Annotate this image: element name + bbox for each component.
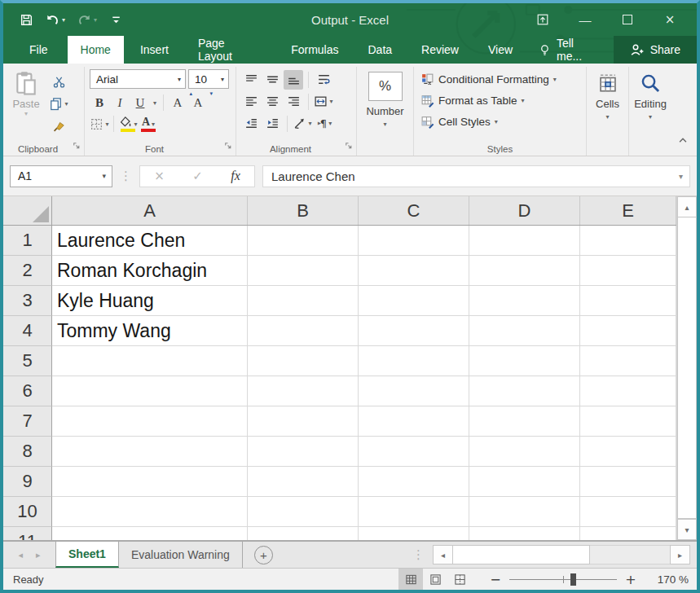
row-header-8[interactable]: 8 [3, 437, 52, 467]
cell-E6[interactable] [580, 376, 676, 406]
fill-color-button[interactable]: ▾ [118, 114, 138, 134]
row-header-2[interactable]: 2 [3, 256, 52, 286]
cell-B5[interactable] [248, 346, 359, 376]
formula-bar-expand-icon[interactable]: ▾ [679, 172, 683, 181]
column-header-E[interactable]: E [580, 196, 676, 225]
tab-view[interactable]: View [475, 36, 526, 64]
underline-dropdown-icon[interactable]: ▾ [151, 93, 159, 112]
undo-dropdown-icon[interactable]: ▾ [62, 16, 65, 24]
scroll-up-icon[interactable]: ▴ [677, 196, 697, 217]
cell-E2[interactable] [580, 256, 676, 286]
cell-A3[interactable]: Kyle Huang [52, 286, 248, 316]
increase-indent-button[interactable] [262, 114, 282, 134]
tab-file[interactable]: File [13, 36, 64, 64]
vertical-scrollbar[interactable]: ▴ ▾ [676, 196, 697, 540]
merge-center-button[interactable]: ▾ [314, 92, 333, 112]
row-header-9[interactable]: 9 [3, 467, 52, 497]
formula-bar-separator-dots[interactable]: ⋮ [120, 169, 132, 183]
editing-search-icon[interactable] [640, 72, 661, 94]
cell-A4[interactable]: Tommy Wang [52, 316, 248, 346]
align-right-button[interactable] [284, 92, 303, 112]
cells-icon[interactable] [597, 72, 619, 94]
font-size-dropdown-icon[interactable]: ▾ [217, 76, 228, 83]
redo-dropdown-icon[interactable]: ▾ [94, 16, 97, 24]
alignment-dialog-launcher-icon[interactable] [344, 138, 353, 153]
orientation-dropdown-icon[interactable]: ▾ [308, 120, 311, 127]
sheet-tab-evaluation-warning[interactable]: Evaluation Warning [119, 542, 243, 568]
decrease-font-size-button[interactable]: A▾ [188, 93, 208, 112]
cell-E4[interactable] [580, 316, 676, 346]
zoom-slider-thumb[interactable] [570, 573, 576, 586]
clipboard-dialog-launcher-icon[interactable] [72, 138, 81, 153]
cell-B3[interactable] [248, 286, 359, 316]
copy-button[interactable]: ▾ [49, 94, 68, 113]
increase-font-size-button[interactable]: A▴ [168, 93, 187, 112]
zoom-in-icon[interactable]: + [625, 572, 636, 587]
row-header-10[interactable]: 10 [3, 497, 52, 527]
row-header-11[interactable]: 11 [3, 527, 52, 540]
cell-E7[interactable] [580, 406, 676, 437]
horizontal-scroll-thumb[interactable] [453, 545, 590, 564]
cell-B6[interactable] [248, 376, 359, 406]
select-all-corner[interactable] [3, 196, 52, 225]
insert-function-icon[interactable]: fx [231, 169, 240, 183]
font-color-button[interactable]: A ▾ [139, 114, 158, 134]
new-sheet-icon[interactable]: + [254, 546, 273, 564]
tab-home[interactable]: Home [68, 36, 124, 64]
tab-formulas[interactable]: Formulas [278, 36, 351, 64]
redo-button[interactable]: ▾ [77, 13, 97, 27]
column-header-A[interactable]: A [52, 196, 248, 225]
fill-color-dropdown-icon[interactable]: ▾ [134, 121, 137, 128]
column-header-B[interactable]: B [248, 196, 359, 225]
cell-E8[interactable] [580, 437, 676, 467]
maximize-icon[interactable] [617, 10, 638, 29]
cell-D9[interactable] [469, 467, 580, 497]
font-size-combo[interactable]: 10 ▾ [188, 69, 229, 89]
merge-dropdown-icon[interactable]: ▾ [329, 98, 332, 105]
number-group-button-label[interactable]: Number [366, 105, 403, 117]
conditional-formatting-button[interactable]: Conditional Formatting ▾ [417, 68, 583, 90]
cell-E1[interactable] [580, 226, 676, 256]
row-header-1[interactable]: 1 [3, 226, 52, 256]
row-header-5[interactable]: 5 [3, 346, 52, 376]
cell-styles-button[interactable]: Cell Styles ▾ [417, 111, 583, 132]
prev-sheet-icon[interactable]: ◂ [18, 550, 23, 560]
horizontal-scrollbar[interactable]: ◂ ▸ [433, 545, 690, 564]
editing-button-label[interactable]: Editing [634, 98, 667, 110]
text-direction-button[interactable]: ▾¶▾ [314, 114, 333, 134]
page-layout-view-button[interactable] [423, 569, 447, 590]
close-icon[interactable]: × [659, 10, 680, 29]
cell-B1[interactable] [248, 226, 359, 256]
cell-C11[interactable] [359, 527, 469, 540]
cell-C10[interactable] [359, 497, 469, 527]
sheet-tab-sheet1[interactable]: Sheet1 [55, 542, 119, 568]
cell-A8[interactable] [52, 437, 248, 467]
cell-C4[interactable] [359, 316, 469, 346]
cell-C8[interactable] [359, 437, 469, 467]
cancel-icon[interactable]: × [154, 169, 165, 183]
cell-A10[interactable] [52, 497, 248, 527]
align-left-button[interactable] [241, 92, 261, 112]
cell-B10[interactable] [248, 497, 359, 527]
formula-input[interactable]: Laurence Chen ▾ [262, 165, 690, 187]
column-header-D[interactable]: D [469, 196, 580, 225]
percent-style-button[interactable]: % [368, 72, 403, 101]
enter-check-icon[interactable]: ✓ [192, 169, 203, 183]
cell-A9[interactable] [52, 467, 248, 497]
cell-D6[interactable] [469, 376, 580, 406]
cell-E5[interactable] [580, 346, 676, 376]
scroll-down-icon[interactable]: ▾ [677, 519, 697, 540]
cell-C3[interactable] [359, 286, 469, 316]
wrap-text-button[interactable] [314, 70, 333, 90]
tab-review[interactable]: Review [408, 36, 472, 64]
cell-A5[interactable] [52, 346, 248, 376]
align-center-button[interactable] [262, 92, 282, 112]
bold-button[interactable]: B [90, 93, 109, 112]
cell-D10[interactable] [469, 497, 580, 527]
align-bottom-button[interactable] [284, 70, 303, 90]
cell-B7[interactable] [248, 406, 359, 437]
cell-C9[interactable] [359, 467, 469, 497]
cell-B11[interactable] [248, 527, 359, 540]
scroll-right-icon[interactable]: ▸ [670, 545, 690, 564]
name-box-dropdown-icon[interactable]: ▾ [102, 172, 112, 180]
